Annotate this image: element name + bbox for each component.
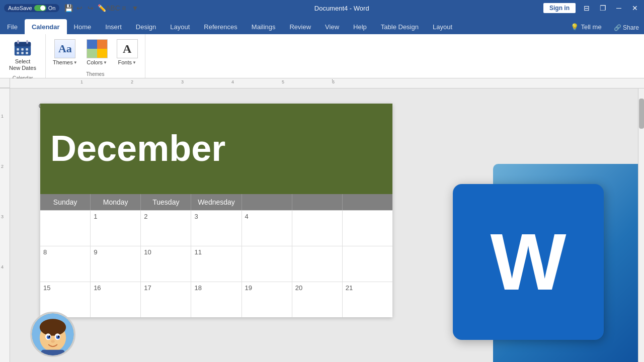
tab-table-design[interactable]: Table Design [374,19,426,34]
autosave-state: On [48,5,56,11]
cal-cell-3: 3 [191,211,242,246]
ruler-vertical: 1 2 3 4 [0,88,10,362]
ruler-mark-1: 1 [80,79,83,84]
svg-rect-3 [26,40,28,44]
redo-icon[interactable]: ↪ [86,3,96,13]
themes-button[interactable]: Aa Themes ▼ [50,37,80,67]
ruler-v-mark-4: 4 [1,264,4,269]
word-letter: W [490,222,566,302]
fonts-icon: A [117,39,138,58]
cal-cell-2: 2 [141,211,191,246]
themes-group-label: Themes [86,69,104,77]
calendar-document: December Sunday Monday Tuesday Wednesday [40,104,392,317]
select-new-dates-button[interactable]: SelectNew Dates [5,37,40,73]
day-friday [292,194,343,210]
autosave-toggle[interactable] [34,5,46,11]
format-icon[interactable]: ≡ [119,3,129,13]
svg-point-19 [48,335,49,336]
ribbon-collapse-icon[interactable]: ⊟ [582,3,592,13]
colors-icon [87,39,108,58]
cal-cell-13 [292,246,343,282]
calendar-header: December [40,104,392,194]
svg-point-20 [57,335,58,336]
calendar-icon [14,39,32,57]
colors-label: Colors [87,59,103,65]
tab-references[interactable]: References [197,19,244,34]
ribbon-content: SelectNew Dates Calendar Aa Themes ▼ [0,34,644,78]
svg-rect-7 [17,52,19,54]
tab-file[interactable]: File [0,19,25,34]
cal-cell-9: 9 [91,246,141,282]
fonts-label: Fonts [118,59,132,65]
vertical-scrollbar[interactable] [638,88,644,362]
restore-icon[interactable]: ❐ [598,3,608,13]
calendar-day-header: Sunday Monday Tuesday Wednesday [40,194,392,210]
tab-layout[interactable]: Layout [163,19,197,34]
ruler-mark-2: 2 [131,79,133,84]
word-icon: W [453,184,604,340]
tab-help[interactable]: Help [346,19,374,34]
cal-cell-empty [40,211,91,246]
ruler-indent[interactable] [332,79,333,84]
title-bar-controls: Sign in ⊟ ❐ ─ ✕ [543,3,640,13]
calendar-group-items: SelectNew Dates [5,37,40,73]
autosave-label: AutoSave [8,5,32,11]
tab-insert[interactable]: Insert [98,19,129,34]
cal-cell-8: 8 [40,246,91,282]
word-logo-overlay: W [453,164,644,362]
svg-rect-5 [21,48,24,51]
save-icon[interactable]: 💾 [63,3,73,13]
title-bar-left: AutoSave On 💾 ↩ ↪ ✏️ ABC ≡ ▼ [4,3,140,13]
close-icon[interactable]: ✕ [630,3,640,13]
ribbon-tabs: File Calendar Home Insert Design Layout … [0,16,644,34]
tab-mailings[interactable]: Mailings [245,19,283,34]
title-bar: AutoSave On 💾 ↩ ↪ ✏️ ABC ≡ ▼ Document4 -… [0,0,644,16]
cal-week-1: 1 2 3 4 [40,210,392,246]
svg-rect-1 [15,42,31,46]
themes-ribbon-group: Aa Themes ▼ Colors ▼ [46,34,145,78]
themes-group-items: Aa Themes ▼ Colors ▼ [50,37,141,67]
themes-aa-icon: Aa [54,39,75,58]
themes-chevron-icon: ▼ [73,60,77,65]
tab-home[interactable]: Home [67,19,99,34]
content-area: 1 2 3 4 ⊕ December Sunday [0,88,644,362]
tab-layout2[interactable]: Layout [426,19,459,34]
themes-label: Themes [53,59,73,65]
sign-in-button[interactable]: Sign in [543,3,576,13]
svg-rect-4 [17,48,19,51]
tab-tell-me[interactable]: 💡 Tell me [564,19,608,34]
colors-chevron-icon: ▼ [103,60,107,65]
day-sunday: Sunday [40,194,91,210]
share-label: Share [623,24,639,31]
svg-rect-9 [26,52,28,54]
calendar-ribbon-group: SelectNew Dates Calendar [0,34,46,78]
undo-icon[interactable]: ↩ [74,3,85,13]
tab-view[interactable]: View [318,19,346,34]
autosave-badge[interactable]: AutoSave On [4,4,59,12]
day-wednesday: Wednesday [191,194,242,210]
cal-cell-11: 11 [191,246,242,282]
cal-cell-16: 16 [91,282,141,317]
ruler-v-mark-3: 3 [1,214,4,219]
spelling-icon[interactable]: ABC [108,3,118,13]
day-saturday [343,194,392,210]
tab-calendar[interactable]: Calendar [25,19,67,34]
colors-button[interactable]: Colors ▼ [84,37,111,67]
more-icon[interactable]: ▼ [130,3,140,13]
cal-cell-18: 18 [191,282,242,317]
minimize-icon[interactable]: ─ [614,3,624,13]
cal-cell-12 [242,246,292,282]
svg-point-21 [51,340,54,343]
document-wrapper: 1 2 3 4 5 6 1 2 3 4 ⊕ [0,78,644,362]
day-monday: Monday [91,194,141,210]
tab-design[interactable]: Design [129,19,163,34]
svg-point-12 [40,319,66,336]
share-button[interactable]: 🔗 Share [609,21,644,34]
svg-rect-6 [26,48,28,51]
svg-rect-2 [17,40,19,44]
scrollbar-thumb[interactable] [639,99,644,129]
tab-review[interactable]: Review [282,19,318,34]
main-area: 1 2 3 4 5 6 1 2 3 4 ⊕ [0,78,644,362]
cal-cell-6 [343,211,392,246]
fonts-button[interactable]: A Fonts ▼ [114,37,141,67]
